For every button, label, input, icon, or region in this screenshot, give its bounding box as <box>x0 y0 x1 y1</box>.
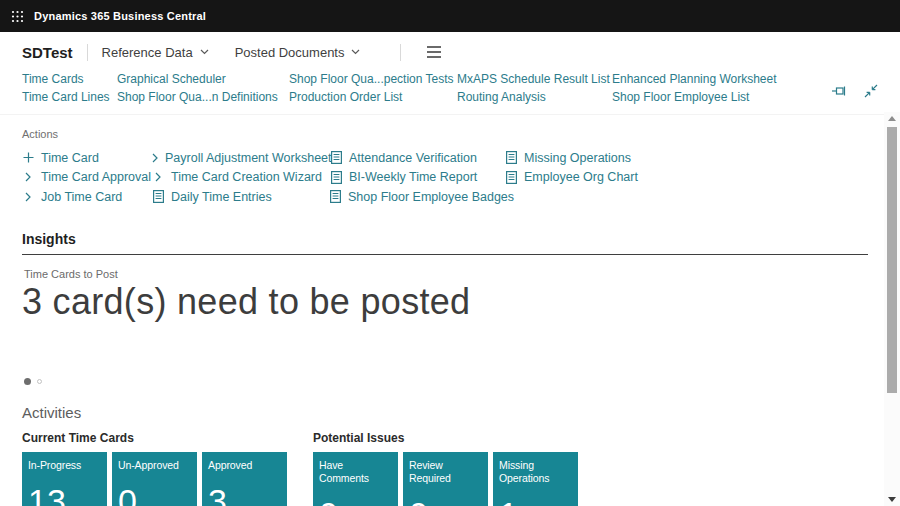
scroll-down-arrow-icon[interactable] <box>888 497 896 502</box>
action-label: Daily Time Entries <box>171 190 272 204</box>
cue-tile-in-progress[interactable]: In-Progress 13 <box>22 452 107 506</box>
chevron-right-icon <box>152 153 158 163</box>
scrollbar-thumb[interactable] <box>887 127 897 393</box>
cue-label: In-Progress <box>28 459 101 472</box>
cue-value: 0 <box>409 496 482 506</box>
role-center-page: Dynamics 365 Business Central SDTest Ref… <box>0 0 900 506</box>
action-daily-time-entries[interactable]: Daily Time Entries <box>152 187 330 207</box>
action-payroll-adjustment-worksheet[interactable]: Payroll Adjustment Worksheet <box>152 148 330 168</box>
app-launcher-waffle-icon[interactable] <box>0 0 34 32</box>
link-shop-floor-definitions[interactable]: Shop Floor Qua...n Definitions <box>117 90 289 108</box>
action-label: Employee Org Chart <box>524 170 638 184</box>
link-time-cards[interactable]: Time Cards <box>22 72 117 90</box>
vertical-scrollbar[interactable] <box>884 112 900 506</box>
plus-icon <box>22 152 34 163</box>
cue-label: Have Comments <box>319 459 392 485</box>
report-icon <box>505 171 517 184</box>
chevron-right-icon <box>22 192 34 202</box>
action-label: Time Card <box>41 151 99 165</box>
waffle-icon <box>11 10 24 23</box>
action-employee-org-chart[interactable]: Employee Org Chart <box>505 168 638 188</box>
link-graphical-scheduler[interactable]: Graphical Scheduler <box>117 72 289 90</box>
cue-group-name: Potential Issues <box>313 431 578 445</box>
action-label: BI-Weekly Time Report <box>349 170 477 184</box>
link-enhanced-planning-worksheet[interactable]: Enhanced Planning Worksheet <box>612 72 840 90</box>
chevron-right-icon <box>22 172 34 182</box>
action-label: Missing Operations <box>524 151 631 165</box>
nav-menu-label: Reference Data <box>102 45 193 60</box>
action-label: Time Card Creation Wizard <box>171 170 322 184</box>
chevron-right-icon <box>152 172 164 182</box>
role-center-content: Actions Time Card Time Card Approval Job… <box>0 114 900 506</box>
cue-value: 13 <box>28 483 101 506</box>
cue-value: 3 <box>208 483 281 506</box>
role-center-header: SDTest Reference Data Posted Documents T… <box>0 32 900 114</box>
link-shop-floor-inspection-tests[interactable]: Shop Floor Qua...pection Tests <box>289 72 457 90</box>
cue-tile-approved[interactable]: Approved 3 <box>202 452 287 506</box>
cue-value: 0 <box>319 496 392 506</box>
link-shop-floor-employee-list[interactable]: Shop Floor Employee List <box>612 90 840 108</box>
action-shop-floor-employee-badges[interactable]: Shop Floor Employee Badges <box>330 187 505 207</box>
company-home-link[interactable]: SDTest <box>22 44 73 61</box>
action-label: Shop Floor Employee Badges <box>348 190 514 204</box>
action-time-card-creation-wizard[interactable]: Time Card Creation Wizard <box>152 168 330 188</box>
action-label: Payroll Adjustment Worksheet <box>165 151 332 165</box>
cue-label: Approved <box>208 459 281 472</box>
cue-label: Review Required <box>409 459 482 485</box>
header-tools <box>831 84 878 98</box>
insight-headline[interactable]: 3 card(s) need to be posted <box>22 282 868 322</box>
action-attendance-verification[interactable]: Attendance Verification <box>330 148 505 168</box>
link-time-card-lines[interactable]: Time Card Lines <box>22 90 117 108</box>
nav-menu-reference-data[interactable]: Reference Data <box>102 45 209 60</box>
cue-value: 0 <box>118 483 191 506</box>
report-icon <box>330 151 342 164</box>
insights-section-title: Insights <box>22 231 868 255</box>
carousel-dot[interactable] <box>37 379 42 384</box>
cue-group-name: Current Time Cards <box>22 431 287 445</box>
chevron-down-icon <box>351 49 360 55</box>
actions-section-label: Actions <box>22 128 868 140</box>
cue-tile-have-comments[interactable]: Have Comments 0 <box>313 452 398 506</box>
unpin-icon[interactable] <box>831 85 848 97</box>
cue-groups: Current Time Cards In-Progress 13 Un-App… <box>22 431 868 506</box>
report-icon <box>505 151 517 164</box>
nav-menu-posted-documents[interactable]: Posted Documents <box>235 45 361 60</box>
insights-section: Insights Time Cards to Post 3 card(s) ne… <box>22 231 868 385</box>
report-icon <box>330 190 341 203</box>
link-production-order-list[interactable]: Production Order List <box>289 90 457 108</box>
link-mxaps-schedule-result-list[interactable]: MxAPS Schedule Result List <box>457 72 612 90</box>
cue-tile-missing-operations[interactable]: Missing Operations 1 <box>493 452 578 506</box>
action-bi-weekly-time-report[interactable]: BI-Weekly Time Report <box>330 168 505 188</box>
insight-card-label: Time Cards to Post <box>22 268 868 280</box>
cue-tile-un-approved[interactable]: Un-Approved 0 <box>112 452 197 506</box>
nav-menu-label: Posted Documents <box>235 45 345 60</box>
action-missing-operations[interactable]: Missing Operations <box>505 148 638 168</box>
collapse-icon[interactable] <box>864 84 878 98</box>
cue-tile-review-required[interactable]: Review Required 0 <box>403 452 488 506</box>
action-time-card[interactable]: Time Card <box>22 148 152 168</box>
app-title[interactable]: Dynamics 365 Business Central <box>34 10 206 22</box>
report-icon <box>330 171 342 184</box>
action-label: Job Time Card <box>41 190 122 204</box>
action-job-time-card[interactable]: Job Time Card <box>22 187 152 207</box>
link-routing-analysis[interactable]: Routing Analysis <box>457 90 612 108</box>
actions-grid: Time Card Time Card Approval Job Time Ca… <box>22 148 868 207</box>
action-label: Time Card Approval <box>41 170 151 184</box>
action-time-card-approval[interactable]: Time Card Approval <box>22 168 152 188</box>
scroll-up-arrow-icon[interactable] <box>888 116 896 121</box>
report-icon <box>152 190 164 203</box>
navigation-bar: SDTest Reference Data Posted Documents <box>0 32 900 72</box>
insights-carousel-pagination <box>22 378 868 385</box>
more-options-menu-icon[interactable] <box>427 46 441 58</box>
cue-group-potential-issues: Potential Issues Have Comments 0 Review … <box>313 431 578 506</box>
action-label: Attendance Verification <box>349 151 477 165</box>
cue-group-current-time-cards: Current Time Cards In-Progress 13 Un-App… <box>22 431 287 506</box>
nav-divider <box>87 44 88 61</box>
nav-divider <box>400 44 401 61</box>
cue-value: 1 <box>499 496 572 506</box>
carousel-dot-active[interactable] <box>24 378 31 385</box>
chevron-down-icon <box>200 49 209 55</box>
activities-section-title: Activities <box>22 404 868 421</box>
cue-label: Un-Approved <box>118 459 191 472</box>
cue-label: Missing Operations <box>499 459 572 485</box>
